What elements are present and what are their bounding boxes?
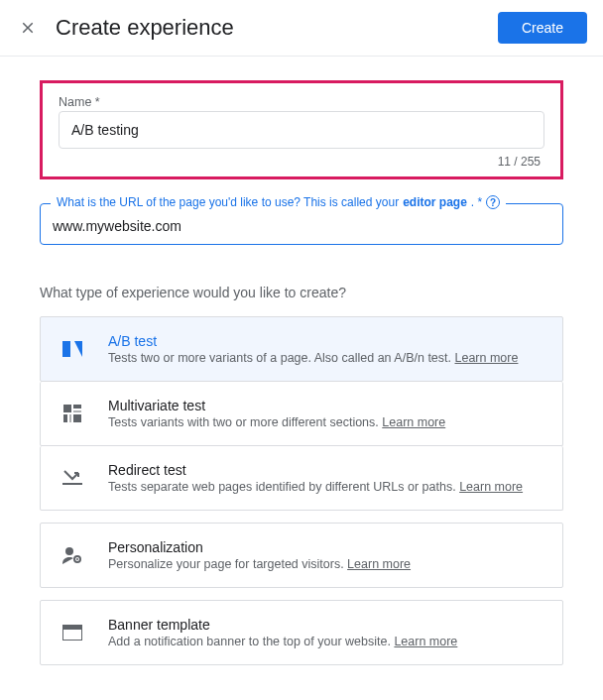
option-desc: Tests separate web pages identified by d…: [108, 480, 543, 494]
svg-rect-11: [62, 483, 82, 485]
option-desc: Personalize your page for targeted visit…: [108, 557, 543, 571]
name-highlight-box: Name * 11 / 255: [40, 80, 563, 179]
url-field[interactable]: What is the URL of the page you'd like t…: [40, 203, 563, 245]
option-desc: Tests variants with two or more differen…: [108, 415, 543, 429]
option-title: Redirect test: [108, 462, 543, 478]
option-title: Personalization: [108, 539, 543, 555]
svg-rect-6: [73, 405, 81, 408]
svg-rect-7: [73, 410, 81, 412]
option-desc: Tests two or more variants of a page. Al…: [108, 351, 543, 365]
page-title: Create experience: [56, 15, 498, 41]
learn-more-link[interactable]: Learn more: [347, 557, 411, 571]
banner-icon: [60, 621, 84, 644]
option-body: Banner template Add a notification banne…: [108, 617, 543, 648]
option-ab-test[interactable]: A/B test Tests two or more variants of a…: [40, 316, 563, 382]
option-multivariate-test[interactable]: Multivariate test Tests variants with tw…: [40, 382, 563, 446]
svg-point-12: [65, 547, 73, 555]
ab-test-icon: [60, 337, 84, 361]
multivariate-icon: [60, 402, 84, 425]
name-label: Name *: [59, 95, 544, 109]
name-char-counter: 11 / 255: [59, 155, 544, 169]
url-legend-bold: editor page: [403, 195, 467, 209]
learn-more-link[interactable]: Learn more: [382, 415, 445, 429]
svg-rect-0: [62, 341, 70, 357]
option-title: A/B test: [108, 333, 543, 349]
option-personalization[interactable]: Personalization Personalize your page fo…: [40, 523, 563, 588]
svg-rect-8: [63, 414, 67, 422]
close-icon: [19, 19, 37, 37]
redirect-icon: [60, 466, 84, 490]
option-banner-template[interactable]: Banner template Add a notification banne…: [40, 600, 563, 665]
option-title: Banner template: [108, 617, 543, 633]
name-input[interactable]: [59, 111, 544, 149]
url-value: www.mywebsite.com: [53, 218, 550, 234]
help-icon[interactable]: ?: [486, 195, 500, 209]
option-body: Multivariate test Tests variants with tw…: [108, 398, 543, 429]
svg-rect-16: [62, 625, 82, 630]
close-button[interactable]: [16, 16, 40, 40]
svg-rect-10: [73, 414, 81, 422]
svg-point-14: [76, 558, 78, 560]
option-body: A/B test Tests two or more variants of a…: [108, 333, 543, 365]
option-body: Redirect test Tests separate web pages i…: [108, 462, 543, 494]
personalization-icon: [60, 543, 84, 567]
url-legend: What is the URL of the page you'd like t…: [51, 195, 506, 209]
url-legend-prefix: What is the URL of the page you'd like t…: [57, 195, 399, 209]
header: Create experience Create: [0, 0, 603, 57]
option-title: Multivariate test: [108, 398, 543, 413]
option-desc: Add a notification banner to the top of …: [108, 635, 543, 648]
learn-more-link[interactable]: Learn more: [394, 635, 457, 648]
url-legend-suffix: . *: [471, 195, 482, 209]
option-body: Personalization Personalize your page fo…: [108, 539, 543, 571]
option-redirect-test[interactable]: Redirect test Tests separate web pages i…: [40, 446, 563, 511]
svg-rect-9: [69, 414, 71, 422]
create-button[interactable]: Create: [498, 12, 587, 44]
svg-rect-5: [63, 405, 71, 412]
content: Name * 11 / 255 What is the URL of the p…: [0, 57, 603, 689]
type-section-label: What type of experience would you like t…: [40, 285, 563, 300]
learn-more-link[interactable]: Learn more: [455, 351, 519, 365]
learn-more-link[interactable]: Learn more: [459, 480, 523, 494]
experience-type-group-1: A/B test Tests two or more variants of a…: [40, 316, 563, 511]
